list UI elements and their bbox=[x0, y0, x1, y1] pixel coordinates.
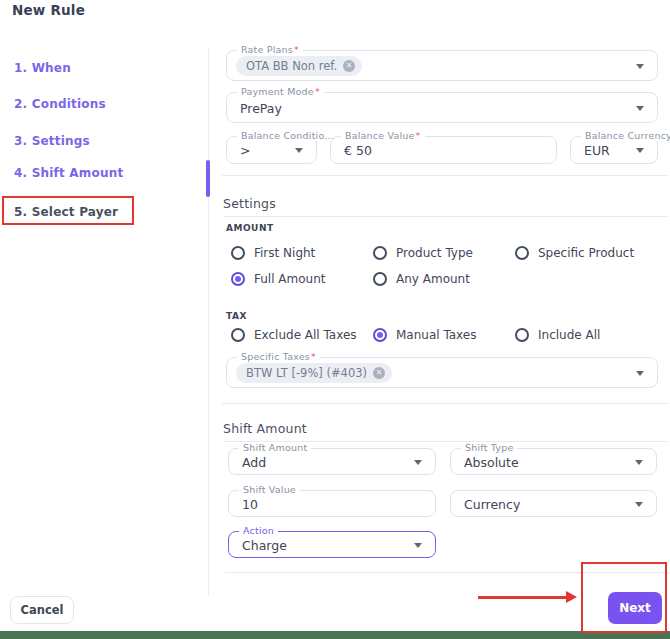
balance-currency-select[interactable]: Balance Currency EUR bbox=[570, 136, 658, 164]
balance-value-text: € 50 bbox=[344, 143, 372, 158]
radio-unchecked-icon[interactable] bbox=[515, 246, 529, 260]
radio-unchecked-icon[interactable] bbox=[515, 328, 529, 342]
specific-tax-chip: BTW LT [-9%] (#403)✕ bbox=[236, 363, 392, 383]
radio-manual-taxes[interactable]: Manual Taxes bbox=[373, 328, 476, 342]
rate-plans-select[interactable]: Rate Plans* OTA BB Non ref.✕ bbox=[226, 50, 658, 81]
scrollbar-thumb[interactable] bbox=[206, 160, 210, 197]
radio-product-type[interactable]: Product Type bbox=[373, 246, 473, 260]
radio-checked-icon[interactable] bbox=[231, 272, 245, 286]
annotation-rect-next bbox=[581, 562, 667, 633]
stepper-item-when[interactable]: 1. When bbox=[14, 61, 71, 75]
balance-value-label: Balance Value* bbox=[341, 130, 425, 141]
dropdown-caret-icon bbox=[414, 543, 422, 548]
payment-mode-select[interactable]: Payment Mode* PrePay bbox=[226, 92, 658, 123]
page-title: New Rule bbox=[12, 2, 85, 18]
cancel-button[interactable]: Cancel bbox=[10, 596, 74, 624]
tax-group-label: TAX bbox=[226, 311, 247, 321]
radio-include-all[interactable]: Include All bbox=[515, 328, 600, 342]
currency-placeholder: Currency bbox=[464, 496, 520, 511]
radio-specific-product[interactable]: Specific Product bbox=[515, 246, 634, 260]
dropdown-caret-icon bbox=[635, 502, 643, 507]
radio-exclude-all-taxes[interactable]: Exclude All Taxes bbox=[231, 328, 357, 342]
dropdown-caret-icon bbox=[636, 148, 644, 153]
dropdown-caret-icon bbox=[636, 64, 644, 69]
shift-amount-heading: Shift Amount bbox=[223, 421, 668, 442]
balance-condition-value: > bbox=[240, 143, 250, 158]
dropdown-caret-icon bbox=[414, 460, 422, 465]
shift-value-text: 10 bbox=[242, 496, 258, 511]
shift-amount-value: Add bbox=[242, 454, 266, 469]
new-rule-dialog: New Rule 1. When 2. Conditions 3. Settin… bbox=[0, 0, 670, 639]
rate-plan-chip: OTA BB Non ref.✕ bbox=[236, 56, 362, 76]
sidebar-divider bbox=[208, 48, 209, 596]
chip-remove-icon[interactable]: ✕ bbox=[373, 367, 385, 379]
stepper-item-conditions[interactable]: 2. Conditions bbox=[14, 97, 106, 111]
currency-select[interactable]: Currency bbox=[450, 490, 657, 517]
balance-currency-label: Balance Currency bbox=[581, 130, 670, 141]
stepper-item-shift-amount[interactable]: 4. Shift Amount bbox=[14, 166, 123, 180]
bottom-bar bbox=[0, 631, 670, 639]
shift-amount-label: Shift Amount bbox=[239, 442, 311, 453]
balance-value-input[interactable]: Balance Value* € 50 bbox=[330, 136, 557, 164]
shift-type-select[interactable]: Shift Type Absolute bbox=[450, 448, 657, 475]
shift-type-value: Absolute bbox=[464, 454, 519, 469]
action-select[interactable]: Action Charge bbox=[228, 531, 436, 558]
radio-any-amount[interactable]: Any Amount bbox=[373, 272, 470, 286]
dropdown-caret-icon bbox=[636, 371, 644, 376]
dropdown-caret-icon bbox=[636, 106, 644, 111]
radio-unchecked-icon[interactable] bbox=[373, 272, 387, 286]
shift-value-label: Shift Value bbox=[239, 484, 300, 495]
radio-checked-icon[interactable] bbox=[373, 328, 387, 342]
shift-value-input[interactable]: Shift Value 10 bbox=[228, 490, 436, 517]
radio-first-night[interactable]: First Night bbox=[231, 246, 315, 260]
balance-currency-value: EUR bbox=[584, 143, 610, 158]
radio-unchecked-icon[interactable] bbox=[231, 328, 245, 342]
annotation-arrow-line bbox=[478, 596, 568, 599]
annotation-rect-select-payer bbox=[2, 196, 134, 225]
dropdown-caret-icon bbox=[295, 148, 303, 153]
settings-heading: Settings bbox=[223, 196, 668, 217]
balance-condition-label: Balance Conditio... bbox=[237, 130, 338, 141]
section-divider bbox=[222, 403, 668, 404]
radio-full-amount[interactable]: Full Amount bbox=[231, 272, 326, 286]
dropdown-caret-icon bbox=[635, 460, 643, 465]
stepper-item-settings[interactable]: 3. Settings bbox=[14, 134, 90, 148]
payment-mode-label: Payment Mode* bbox=[237, 86, 324, 97]
balance-condition-select[interactable]: Balance Conditio... > bbox=[226, 136, 317, 164]
shift-type-label: Shift Type bbox=[461, 442, 517, 453]
action-label: Action bbox=[239, 525, 278, 536]
action-value: Charge bbox=[242, 537, 287, 552]
section-divider bbox=[222, 175, 668, 176]
payment-mode-value: PrePay bbox=[240, 100, 282, 115]
radio-unchecked-icon[interactable] bbox=[231, 246, 245, 260]
required-asterisk: * bbox=[315, 86, 320, 97]
shift-amount-select[interactable]: Shift Amount Add bbox=[228, 448, 436, 475]
specific-taxes-select[interactable]: Specific Taxes* BTW LT [-9%] (#403)✕ bbox=[226, 357, 658, 388]
radio-unchecked-icon[interactable] bbox=[373, 246, 387, 260]
amount-group-label: AMOUNT bbox=[226, 223, 274, 233]
chip-remove-icon[interactable]: ✕ bbox=[343, 60, 355, 72]
annotation-arrow-head-icon bbox=[566, 591, 577, 603]
required-asterisk: * bbox=[416, 130, 421, 141]
